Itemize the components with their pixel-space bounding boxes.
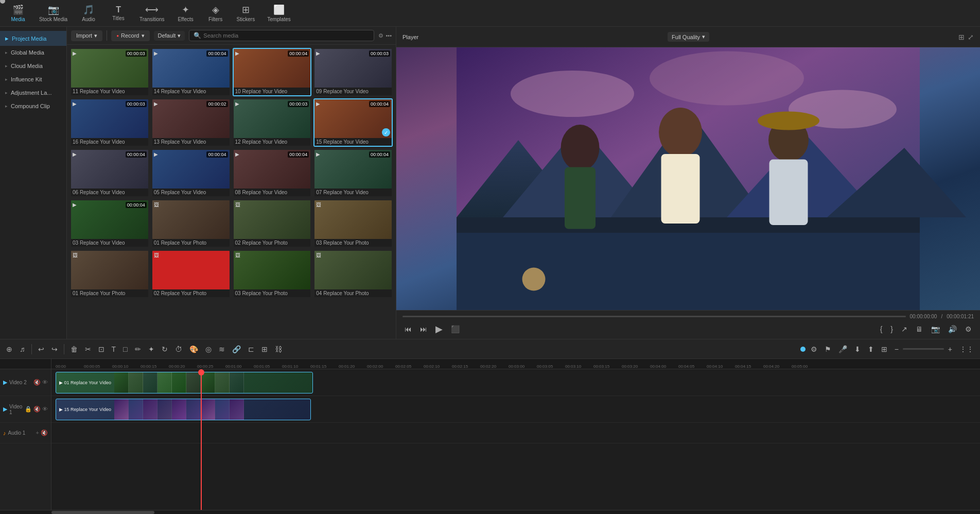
tl-cut[interactable]: ✂ xyxy=(83,344,93,354)
tl-audio-adj[interactable]: ≋ xyxy=(217,344,227,354)
media-item-18[interactable]: 🖼02 Replace Your Photo xyxy=(151,250,231,298)
tl-rotate[interactable]: ↻ xyxy=(160,344,170,354)
sidebar-item-adjustment-la[interactable]: ▸ Adjustment La... xyxy=(0,86,66,99)
media-item-1[interactable]: 00:00:03▶11 Replace Your Video xyxy=(70,48,149,96)
camera-btn[interactable]: 📷 xyxy=(929,324,942,334)
tl-speed[interactable]: ⏱ xyxy=(173,344,184,354)
toolbar-audio[interactable]: 🎵 Audio xyxy=(75,2,102,24)
toolbar-stock-media[interactable]: 📷 Stock Media xyxy=(34,2,73,24)
mark-out-btn[interactable]: } xyxy=(888,324,895,334)
media-label: 15 Replace Your Video xyxy=(314,138,392,146)
scrollbar-thumb[interactable] xyxy=(51,511,154,514)
tl-add-audio[interactable]: ♬ xyxy=(18,344,27,354)
media-item-5[interactable]: 00:00:03▶16 Replace Your Video xyxy=(70,98,149,147)
sidebar-item-compound-clip[interactable]: ▸ Compound Clip xyxy=(0,99,66,113)
more-options-icon[interactable]: ••• xyxy=(386,32,392,39)
tl-export[interactable]: ⬆ xyxy=(866,344,876,354)
tl-color[interactable]: 🎨 xyxy=(187,344,200,354)
filter-icon[interactable]: ⚙ xyxy=(378,32,383,39)
audio1-mute[interactable]: 🔇 xyxy=(41,430,48,436)
rewind-btn[interactable]: ⏮ xyxy=(402,324,414,334)
toolbar-effects[interactable]: ✦ Effects xyxy=(172,2,200,24)
tl-crop[interactable]: ⊡ xyxy=(96,344,107,354)
resize-icon[interactable]: ⤢ xyxy=(968,33,974,41)
media-item-9[interactable]: 00:00:04▶06 Replace Your Video xyxy=(70,149,149,197)
tl-grid[interactable]: ⋮⋮ xyxy=(957,344,976,354)
quality-select[interactable]: Full Quality ▾ xyxy=(668,32,709,42)
volume-btn[interactable]: 🔊 xyxy=(946,324,959,334)
toolbar-stickers[interactable]: ⊞ Stickers xyxy=(232,2,260,24)
video1-lock[interactable]: 🔒 xyxy=(25,406,32,413)
toolbar-templates[interactable]: ⬜ Templates xyxy=(262,2,296,24)
media-item-12[interactable]: 00:00:04▶07 Replace Your Video xyxy=(313,149,393,197)
sidebar-item-global-media[interactable]: ▸ Global Media xyxy=(0,46,66,59)
audio1-add[interactable]: + xyxy=(36,430,39,436)
tl-more[interactable]: ⊞ xyxy=(879,344,889,354)
sidebar-item-project-media[interactable]: ▸ Project Media xyxy=(0,31,66,46)
media-item-20[interactable]: 🖼04 Replace Your Photo xyxy=(313,250,393,298)
media-item-2[interactable]: 00:00:04▶14 Replace Your Video xyxy=(151,48,231,96)
tl-delete[interactable]: 🗑 xyxy=(68,344,80,354)
tl-settings[interactable]: ⚙ xyxy=(809,344,819,354)
search-input[interactable] xyxy=(203,32,370,39)
media-item-19[interactable]: 🖼03 Replace Your Photo xyxy=(233,250,312,298)
media-item-10[interactable]: 00:00:04▶05 Replace Your Video xyxy=(151,149,231,197)
grid-view-icon[interactable]: ⊞ xyxy=(958,33,965,41)
media-item-11[interactable]: 00:00:04▶08 Replace Your Video xyxy=(233,149,312,197)
media-item-16[interactable]: 🖼03 Replace Your Photo xyxy=(313,199,393,248)
mark-in-btn[interactable]: { xyxy=(878,324,885,334)
import-button[interactable]: Import ▾ xyxy=(71,30,102,41)
video2-mute[interactable]: 🔇 xyxy=(33,379,41,386)
export-frame-btn[interactable]: ↗ xyxy=(899,324,909,334)
tl-mic[interactable]: 🎤 xyxy=(836,344,849,354)
tl-flag[interactable]: ⚑ xyxy=(822,344,833,354)
tl-chain[interactable]: ⛓ xyxy=(273,344,284,354)
media-item-17[interactable]: 🖼01 Replace Your Photo xyxy=(70,250,149,298)
toolbar-media[interactable]: 🎬 Media xyxy=(4,2,32,24)
media-item-8[interactable]: 00:00:04✓▶15 Replace Your Video xyxy=(313,98,393,147)
tl-mask[interactable]: ◎ xyxy=(203,344,214,354)
sidebar-item-cloud-media[interactable]: ▸ Cloud Media xyxy=(0,59,66,73)
tl-pen[interactable]: ✏ xyxy=(133,344,143,354)
tl-split[interactable]: ⊏ xyxy=(246,344,256,354)
media-item-14[interactable]: 🖼01 Replace Your Photo xyxy=(151,199,231,248)
zoom-out-btn[interactable]: − xyxy=(892,344,901,354)
time-slider[interactable] xyxy=(402,316,906,317)
sidebar-item-influence-kit[interactable]: ▸ Influence Kit xyxy=(0,73,66,86)
media-item-6[interactable]: 00:00:02▶13 Replace Your Video xyxy=(151,98,231,147)
toolbar-filters[interactable]: ◈ Filters xyxy=(202,2,230,24)
tl-record[interactable]: ⬇ xyxy=(852,344,863,354)
media-item-7[interactable]: 00:00:03▶12 Replace Your Video xyxy=(233,98,312,147)
video-clip-1[interactable]: ▶ 01 Replace Your Video xyxy=(56,372,313,393)
main-area: ▸ Project Media ▸ Global Media ▸ Cloud M… xyxy=(0,27,980,339)
toolbar-transitions[interactable]: ⟷ Transitions xyxy=(134,2,170,24)
tl-add-track[interactable]: ⊕ xyxy=(4,344,14,354)
timeline-scrollbar[interactable] xyxy=(0,510,980,514)
zoom-slider[interactable] xyxy=(903,348,944,350)
play-btn[interactable]: ▶ xyxy=(433,322,445,336)
step-back-btn[interactable]: ⏭ xyxy=(418,324,429,334)
video2-hide[interactable]: 👁 xyxy=(42,379,48,386)
stop-btn[interactable]: ⬛ xyxy=(449,324,462,334)
media-item-13[interactable]: 00:00:04▶03 Replace Your Video xyxy=(70,199,149,248)
tl-shape[interactable]: □ xyxy=(121,344,129,354)
record-button[interactable]: ● Record ▾ xyxy=(111,30,149,41)
tl-undo[interactable]: ↩ xyxy=(36,344,46,354)
media-item-4[interactable]: 00:00:03▶09 Replace Your Video xyxy=(313,48,393,96)
screen-btn[interactable]: 🖥 xyxy=(914,324,925,334)
video1-mute[interactable]: 🔇 xyxy=(33,406,41,413)
tl-redo[interactable]: ↪ xyxy=(49,344,60,354)
media-item-15[interactable]: 🖼02 Replace Your Photo xyxy=(233,199,312,248)
tl-text[interactable]: T xyxy=(110,344,118,354)
tl-group[interactable]: ⊞ xyxy=(259,344,270,354)
media-item-3[interactable]: 00:00:04▶10 Replace Your Video xyxy=(233,48,312,96)
settings-btn[interactable]: ⚙ xyxy=(963,324,974,334)
tl-link[interactable]: 🔗 xyxy=(230,344,243,354)
toolbar-titles[interactable]: T Titles xyxy=(104,3,132,23)
tl-effect[interactable]: ✦ xyxy=(146,344,156,354)
zoom-in-btn[interactable]: + xyxy=(946,344,954,354)
video-clip-2[interactable]: ▶ 15 Replace Your Video xyxy=(56,399,311,420)
default-dropdown[interactable]: Default ▾ xyxy=(154,31,185,41)
thumb-type-icon: ▶ xyxy=(235,101,239,107)
video1-hide[interactable]: 👁 xyxy=(42,406,48,413)
